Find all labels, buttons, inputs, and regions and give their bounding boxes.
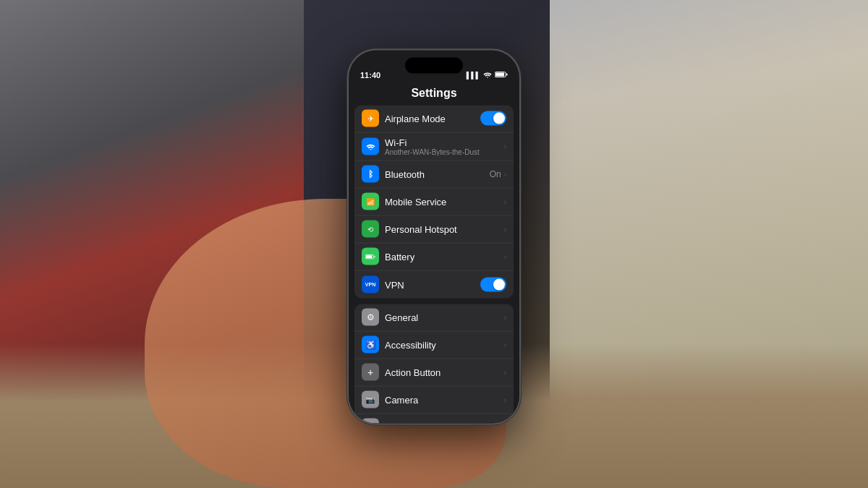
personal-hotspot-label: Personal Hotspot <box>385 224 457 235</box>
action-button-chevron: › <box>504 368 506 376</box>
svg-rect-2 <box>495 72 504 76</box>
svg-point-0 <box>487 77 488 77</box>
phone-wrapper: 11:40 ▌▌▌ <box>347 48 521 424</box>
bluetooth-label: Bluetooth <box>385 169 425 180</box>
phone-device: 11:40 ▌▌▌ <box>347 48 521 424</box>
bluetooth-row[interactable]: ᛒ Bluetooth On › <box>354 160 514 188</box>
general-label: General <box>385 312 418 323</box>
vpn-row[interactable]: VPN VPN <box>354 270 514 298</box>
vpn-label: VPN <box>385 279 404 290</box>
battery-status-icon <box>495 71 508 79</box>
wifi-row-icon <box>362 137 379 155</box>
settings-title: Settings <box>411 86 456 98</box>
airplane-mode-content: Airplane Mode <box>385 112 480 125</box>
vpn-toggle[interactable] <box>480 277 506 291</box>
personal-hotspot-content: Personal Hotspot <box>385 223 504 236</box>
wifi-icon <box>483 71 492 79</box>
mobile-service-row[interactable]: 📶 Mobile Service › <box>354 188 514 215</box>
accessibility-icon: ♿ <box>362 336 379 354</box>
mobile-service-icon: 📶 <box>362 193 379 210</box>
vpn-content: VPN <box>385 278 480 291</box>
vpn-knob <box>493 278 505 290</box>
personal-hotspot-chevron: › <box>504 225 506 233</box>
status-time: 11:40 <box>360 70 380 79</box>
camera-content: Camera <box>385 393 504 406</box>
mobile-service-right: › <box>504 197 506 205</box>
airplane-mode-icon: ✈ <box>362 110 379 127</box>
bluetooth-value: On <box>490 169 501 179</box>
accessibility-label: Accessibility <box>385 340 436 351</box>
general-right: › <box>504 313 506 321</box>
battery-label: Battery <box>385 252 414 262</box>
general-icon: ⚙ <box>362 309 379 326</box>
personal-hotspot-right: › <box>504 225 506 233</box>
wifi-right: › <box>504 142 506 150</box>
mobile-service-content: Mobile Service <box>385 195 504 208</box>
control-centre-content: Control Centre <box>385 421 504 424</box>
battery-icon <box>362 248 379 265</box>
control-centre-row[interactable]: ◉ Control Centre › <box>354 414 514 423</box>
camera-chevron: › <box>504 395 506 403</box>
accessibility-chevron: › <box>504 341 506 348</box>
general-row[interactable]: ⚙ General › <box>354 304 514 331</box>
wifi-row[interactable]: Wi-Fi Another-WAN-Bytes-the-Dust › <box>354 132 514 160</box>
battery-row[interactable]: Battery › <box>354 243 514 270</box>
accessibility-right: › <box>504 341 506 348</box>
camera-icon: 📷 <box>362 391 379 408</box>
svg-rect-7 <box>374 255 375 257</box>
wifi-label: Wi-Fi <box>385 137 504 147</box>
camera-row[interactable]: 📷 Camera › <box>354 386 514 414</box>
wifi-content: Wi-Fi Another-WAN-Bytes-the-Dust <box>385 137 504 155</box>
svg-point-4 <box>370 148 371 150</box>
action-button-icon: + <box>362 364 379 381</box>
dynamic-island <box>405 57 463 73</box>
airplane-mode-knob <box>493 113 505 124</box>
settings-scroll[interactable]: ✈ Airplane Mode <box>349 105 519 423</box>
accessibility-content: Accessibility <box>385 338 504 351</box>
control-centre-label: Control Centre <box>385 422 446 424</box>
action-button-row[interactable]: + Action Button › <box>354 359 514 386</box>
action-button-right: › <box>504 368 506 376</box>
general-content: General <box>385 311 504 324</box>
status-icons: ▌▌▌ <box>467 71 508 79</box>
action-button-content: Action Button <box>385 366 504 379</box>
svg-rect-6 <box>366 255 373 258</box>
control-centre-icon: ◉ <box>362 419 379 424</box>
mobile-service-label: Mobile Service <box>385 197 446 207</box>
accessibility-row[interactable]: ♿ Accessibility › <box>354 331 514 359</box>
wifi-chevron: › <box>504 142 506 150</box>
phone-screen: 11:40 ▌▌▌ <box>349 50 519 423</box>
battery-content: Battery <box>385 250 504 263</box>
connectivity-section: ✈ Airplane Mode <box>354 105 514 298</box>
airplane-mode-label: Airplane Mode <box>385 114 446 124</box>
vpn-icon: VPN <box>362 275 379 293</box>
general-section: ⚙ General › ♿ <box>354 304 514 423</box>
vpn-right <box>480 277 506 291</box>
general-chevron: › <box>504 313 506 321</box>
camera-label: Camera <box>385 395 418 406</box>
svg-rect-3 <box>506 73 508 75</box>
battery-chevron: › <box>504 252 506 260</box>
battery-right: › <box>504 252 506 260</box>
bluetooth-content: Bluetooth <box>385 168 490 181</box>
airplane-mode-toggle[interactable] <box>480 111 506 126</box>
personal-hotspot-icon: ⟲ <box>362 221 379 238</box>
camera-right: › <box>504 395 506 403</box>
bluetooth-right: On › <box>490 169 506 179</box>
airplane-mode-row[interactable]: ✈ Airplane Mode <box>354 105 514 132</box>
wifi-sublabel: Another-WAN-Bytes-the-Dust <box>385 147 504 155</box>
personal-hotspot-row[interactable]: ⟲ Personal Hotspot › <box>354 215 514 243</box>
bluetooth-icon: ᛒ <box>362 166 379 183</box>
signal-icon: ▌▌▌ <box>467 72 480 79</box>
airplane-mode-right <box>480 111 506 126</box>
action-button-label: Action Button <box>385 367 441 378</box>
mobile-service-chevron: › <box>504 197 506 205</box>
bluetooth-chevron: › <box>504 170 506 178</box>
